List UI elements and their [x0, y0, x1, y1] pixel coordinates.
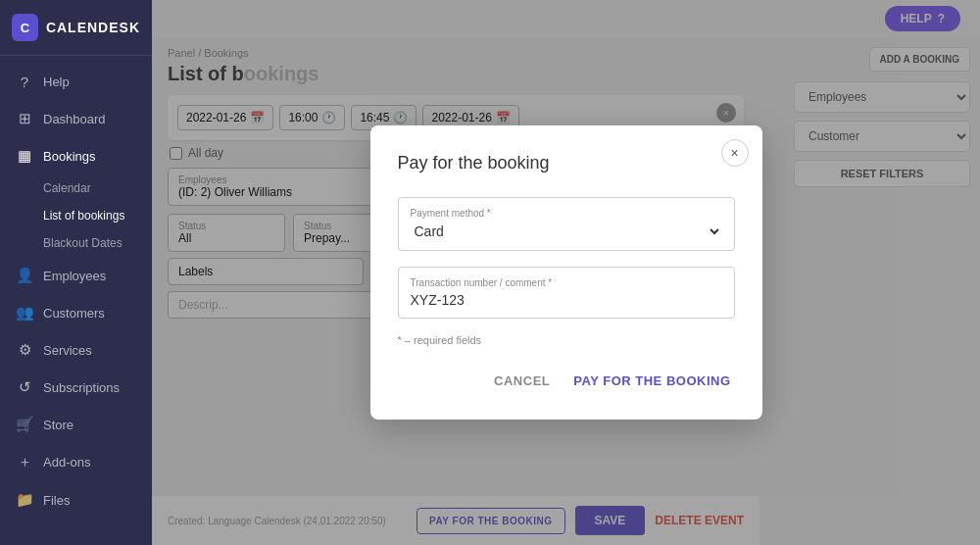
transaction-input[interactable] — [411, 292, 722, 308]
calendar-label: Calendar — [43, 181, 91, 195]
dialog-title: Pay for the booking — [398, 153, 735, 173]
bookings-subnav: Calendar List of bookings Blackout Dates — [0, 174, 152, 257]
sidebar-item-label-services: Services — [43, 343, 92, 358]
transaction-value — [411, 292, 722, 308]
payment-method-value: Card Cash Transfer Other — [411, 223, 722, 240]
sidebar-item-files[interactable]: 📁 Files — [0, 481, 152, 519]
list-of-bookings-label: List of bookings — [43, 209, 124, 223]
cancel-button[interactable]: CANCEL — [490, 366, 554, 396]
close-icon: × — [730, 145, 738, 161]
required-note: * – required fields — [398, 334, 735, 346]
payment-method-select[interactable]: Card Cash Transfer Other — [411, 223, 722, 240]
sidebar-item-label-addons: Add-ons — [43, 455, 90, 470]
dialog-actions: CANCEL PAY FOR THE BOOKING — [398, 366, 735, 396]
sidebar-item-list-of-bookings[interactable]: List of bookings — [43, 202, 152, 229]
sidebar-item-label-bookings: Bookings — [43, 149, 95, 164]
dashboard-icon: ⊞ — [16, 110, 33, 127]
pay-booking-dialog: Pay for the booking × Payment method * C… — [370, 125, 762, 420]
sidebar-item-label-customers: Customers — [43, 306, 105, 321]
sidebar: C CALENDESK ? Help ⊞ Dashboard ▦ Booking… — [0, 0, 152, 545]
payment-method-field: Payment method * Card Cash Transfer Othe… — [398, 197, 735, 251]
modal-overlay: Pay for the booking × Payment method * C… — [152, 0, 980, 545]
sidebar-item-addons[interactable]: ＋ Add-ons — [0, 443, 152, 481]
blackout-dates-label: Blackout Dates — [43, 236, 122, 250]
sidebar-item-employees[interactable]: 👤 Employees — [0, 257, 152, 294]
sidebar-item-subscriptions[interactable]: ↺ Subscriptions — [0, 369, 152, 406]
sidebar-item-label-employees: Employees — [43, 269, 106, 283]
employees-icon: 👤 — [16, 267, 33, 284]
addons-icon: ＋ — [16, 453, 33, 471]
sidebar-item-store[interactable]: 🛒 Store — [0, 406, 152, 443]
sidebar-item-bookings[interactable]: ▦ Bookings — [0, 137, 152, 174]
transaction-field: Transaction number / comment * — [398, 267, 735, 319]
dialog-close-button[interactable]: × — [721, 139, 749, 167]
customers-icon: 👥 — [16, 304, 33, 322]
logo-text: CALENDESK — [46, 20, 140, 35]
sidebar-item-dashboard[interactable]: ⊞ Dashboard — [0, 100, 152, 137]
logo-icon: C — [12, 14, 38, 41]
logo[interactable]: C CALENDESK — [0, 0, 152, 56]
payment-method-label: Payment method * — [411, 208, 722, 219]
main-content: HELP ? Panel / Bookings List of bookings… — [152, 0, 980, 545]
pay-for-booking-confirm-button[interactable]: PAY FOR THE BOOKING — [569, 366, 734, 396]
files-icon: 📁 — [16, 491, 33, 509]
sidebar-item-help[interactable]: ? Help — [0, 64, 152, 100]
sidebar-item-label-subscriptions: Subscriptions — [43, 380, 120, 395]
bookings-icon: ▦ — [16, 147, 33, 165]
sidebar-item-label-files: Files — [43, 493, 70, 508]
sidebar-item-services[interactable]: ⚙ Services — [0, 331, 152, 369]
transaction-label: Transaction number / comment * — [411, 277, 722, 288]
sidebar-nav: ? Help ⊞ Dashboard ▦ Bookings Calendar L… — [0, 56, 152, 545]
store-icon: 🛒 — [16, 416, 33, 433]
sidebar-item-label-help: Help — [43, 74, 70, 89]
sidebar-item-label-dashboard: Dashboard — [43, 112, 106, 126]
sidebar-item-label-store: Store — [43, 418, 74, 432]
services-icon: ⚙ — [16, 341, 33, 359]
sidebar-item-calendar[interactable]: Calendar — [43, 174, 152, 202]
help-icon: ? — [16, 74, 33, 90]
sidebar-item-customers[interactable]: 👥 Customers — [0, 294, 152, 331]
sidebar-item-blackout-dates[interactable]: Blackout Dates — [43, 229, 152, 257]
subscriptions-icon: ↺ — [16, 378, 33, 396]
